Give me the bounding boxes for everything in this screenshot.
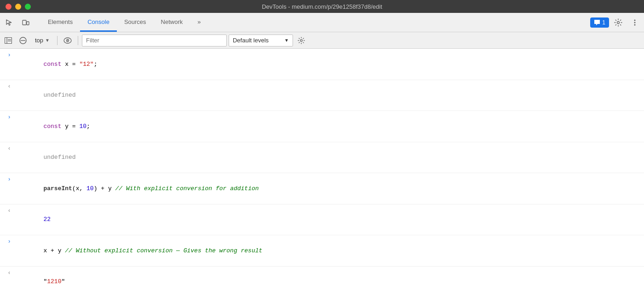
devtools-panel: Elements Console Sources Network » 1 [0, 13, 644, 291]
context-value: top [35, 37, 43, 44]
minimize-button[interactable] [15, 4, 21, 10]
live-expressions-button[interactable] [61, 34, 74, 47]
traffic-lights [6, 4, 31, 10]
tab-bar-right: 1 [590, 15, 642, 30]
output-arrow-4: ‹ [4, 269, 15, 276]
console-line-7: › x + y // Without explicit conversion —… [0, 235, 644, 267]
input-arrow-3: › [4, 176, 15, 183]
keyword-const-2: const [43, 123, 61, 130]
levels-arrow: ▼ [284, 38, 289, 43]
num-10: 10 [79, 123, 86, 130]
output-arrow-3: ‹ [4, 207, 15, 214]
output-arrow-2: ‹ [4, 145, 15, 152]
console-output[interactable]: › const x = "12"; ‹ undefined › const y … [0, 49, 644, 291]
svg-rect-6 [5, 37, 12, 43]
tab-more[interactable]: » [190, 13, 208, 32]
comment-2: // Without explicit conversion — Gives t… [65, 247, 262, 254]
clear-console-button[interactable] [17, 34, 29, 47]
result-22: 22 [43, 216, 51, 223]
context-dropdown-arrow: ▼ [45, 38, 50, 43]
console-result-2: undefined [15, 144, 637, 171]
message-count: 1 [602, 19, 605, 26]
console-line-8: ‹ "1210" [0, 267, 644, 291]
console-result-3: 22 [15, 206, 637, 233]
console-result-4: "1210" [15, 268, 637, 291]
console-line-5: › parseInt(x, 10) + y // With explicit c… [0, 173, 644, 204]
svg-point-4 [634, 22, 636, 23]
console-line-2: ‹ undefined [0, 80, 644, 111]
filter-input[interactable] [82, 35, 227, 47]
sidebar-toggle-button[interactable] [2, 34, 15, 47]
svg-point-3 [634, 19, 636, 21]
settings-button[interactable] [611, 15, 626, 30]
console-line-4: ‹ undefined [0, 142, 644, 174]
more-options-button[interactable] [627, 15, 642, 30]
svg-rect-1 [27, 22, 29, 25]
context-selector[interactable]: top ▼ [31, 35, 53, 47]
console-line-1: › const x = "12"; [0, 49, 644, 80]
num-10-2: 10 [86, 185, 94, 192]
string-12: "12" [79, 61, 93, 68]
toolbar-divider-2 [78, 36, 78, 45]
console-code-4: x + y // Without explicit conversion — G… [15, 237, 637, 264]
tab-network[interactable]: Network [154, 13, 190, 32]
output-arrow-1: ‹ [4, 83, 15, 90]
levels-label: Default levels [233, 37, 269, 44]
input-arrow-1: › [4, 52, 15, 58]
close-button[interactable] [6, 4, 12, 10]
console-code-2: const y = 10; [15, 113, 637, 140]
title-bar: DevTools - medium.com/p/29e1258f37d8/edi… [0, 0, 644, 13]
input-arrow-2: › [4, 114, 15, 121]
svg-point-2 [617, 21, 620, 23]
tab-bar: Elements Console Sources Network » 1 [0, 13, 644, 32]
device-toggle-button[interactable] [18, 15, 33, 30]
tab-sources[interactable]: Sources [117, 13, 154, 32]
console-line-6: ‹ 22 [0, 204, 644, 236]
maximize-button[interactable] [25, 4, 31, 10]
svg-rect-0 [23, 20, 26, 25]
comment-1: // With explicit conversion for addition [115, 185, 259, 192]
toolbar-divider-1 [57, 36, 58, 45]
svg-point-5 [634, 24, 636, 25]
console-code-1: const x = "12"; [15, 51, 637, 78]
console-toolbar: top ▼ Default levels ▼ [0, 32, 644, 49]
keyword-const-1: const [43, 61, 61, 68]
console-code-3: parseInt(x, 10) + y // With explicit con… [15, 175, 637, 202]
message-count-badge[interactable]: 1 [590, 17, 609, 28]
svg-point-14 [67, 40, 68, 41]
result-1210: 1210 [47, 278, 61, 285]
tab-bar-icons [2, 15, 33, 30]
tab-console[interactable]: Console [80, 13, 117, 32]
console-result-1: undefined [15, 82, 637, 109]
svg-point-15 [300, 39, 302, 41]
log-levels-button[interactable]: Default levels ▼ [229, 35, 293, 47]
input-arrow-4: › [4, 238, 15, 245]
undefined-2: undefined [43, 154, 75, 161]
tab-list: Elements Console Sources Network » [40, 13, 590, 32]
window-title: DevTools - medium.com/p/29e1258f37d8/edi… [262, 3, 382, 10]
fn-parseint: parseInt [43, 185, 72, 192]
console-settings-button[interactable] [295, 34, 308, 47]
console-line-3: › const y = 10; [0, 111, 644, 142]
inspect-element-button[interactable] [2, 15, 17, 30]
tab-elements[interactable]: Elements [40, 13, 80, 32]
undefined-1: undefined [43, 92, 75, 99]
